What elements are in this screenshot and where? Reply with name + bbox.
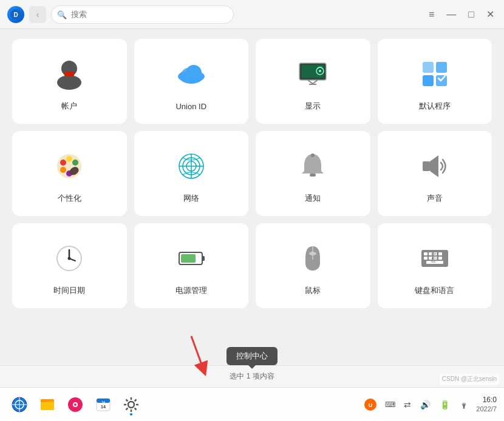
svg-rect-15: [436, 62, 447, 73]
taskbar-clock[interactable]: 16:0 2022/7: [476, 396, 497, 414]
svg-line-75: [126, 399, 128, 401]
svg-rect-44: [424, 252, 427, 255]
minimize-button[interactable]: —: [444, 8, 458, 21]
watermark: CSDN @正北sensin: [440, 374, 499, 385]
tray-union[interactable]: U: [362, 396, 379, 413]
svg-point-81: [463, 407, 465, 408]
union-id-icon: [172, 56, 211, 95]
tooltip-text: 控制中心: [236, 351, 268, 360]
taskbar-files[interactable]: [35, 392, 60, 417]
tray-volume[interactable]: 🔊: [417, 396, 434, 413]
keyboard-icon: Q W EA S DShift ←: [415, 239, 454, 278]
selected-count: 选中 1 项内容: [230, 371, 274, 382]
svg-point-19: [60, 160, 66, 166]
titlebar: D ‹ 🔍 ≡ — □ ✕: [0, 0, 504, 29]
back-icon: ‹: [36, 10, 39, 19]
account-label: 帐户: [61, 101, 77, 112]
tray-arrow[interactable]: ⇄: [401, 398, 414, 411]
taskbar-settings[interactable]: [119, 392, 143, 417]
svg-rect-33: [423, 161, 430, 171]
keyboard-label: 键盘和语言: [415, 285, 454, 296]
svg-text:14: 14: [101, 400, 105, 404]
search-input[interactable]: [51, 5, 234, 24]
sound-icon: [415, 147, 454, 186]
card-personalize[interactable]: 个性化: [12, 131, 127, 216]
settings-grid: 帐户Union ID显示默认程序个性化网络通知声音时间日期电源管理鼠标Q W E…: [12, 39, 492, 308]
app-logo: D: [7, 6, 24, 23]
card-account[interactable]: 帐户: [12, 39, 127, 124]
power-icon: [172, 239, 211, 278]
svg-line-76: [135, 408, 137, 409]
card-display[interactable]: 显示: [256, 39, 370, 124]
sound-label: 声音: [427, 193, 443, 204]
svg-point-21: [72, 160, 78, 166]
union-id-label: Union ID: [175, 102, 206, 111]
tray-keyboard[interactable]: ⌨: [381, 396, 398, 413]
notification-label: 通知: [305, 193, 321, 204]
tray-battery[interactable]: 🔋: [436, 396, 453, 413]
svg-point-65: [74, 403, 77, 406]
power-label: 电源管理: [175, 285, 207, 296]
card-union-id[interactable]: Union ID: [134, 39, 249, 124]
svg-rect-31: [310, 173, 316, 177]
svg-text:D: D: [13, 12, 18, 18]
svg-point-42: [309, 252, 316, 255]
taskbar-calendar[interactable]: 14 14: [91, 392, 115, 417]
default-app-icon: [415, 55, 454, 93]
status-bar: 选中 1 项内容 控制中心: [0, 365, 504, 387]
svg-rect-61: [41, 402, 54, 410]
datetime-label: 时间日期: [53, 285, 85, 296]
svg-text:Q W E: Q W E: [431, 252, 438, 255]
tray-network[interactable]: [455, 396, 472, 413]
card-sound[interactable]: 声音: [378, 131, 492, 216]
svg-text:A S D: A S D: [432, 257, 438, 260]
card-power[interactable]: 电源管理: [134, 223, 249, 308]
search-icon: 🔍: [57, 10, 67, 19]
taskbar: 14 14 U ⌨ ⇄: [0, 387, 504, 421]
notification-icon: [293, 147, 332, 186]
svg-point-13: [319, 70, 321, 72]
display-icon: [293, 55, 332, 93]
personalize-label: 个性化: [58, 193, 81, 204]
default-app-label: 默认程序: [419, 101, 451, 112]
card-notification[interactable]: 通知: [256, 131, 370, 216]
mouse-label: 鼠标: [305, 285, 321, 296]
menu-button[interactable]: ≡: [426, 8, 437, 21]
card-mouse[interactable]: 鼠标: [256, 223, 370, 308]
svg-rect-16: [423, 75, 434, 86]
svg-text:U: U: [369, 402, 373, 408]
taskbar-music[interactable]: [63, 392, 87, 417]
card-default-app[interactable]: 默认程序: [378, 39, 492, 124]
taskbar-date-display: 2022/7: [476, 405, 497, 413]
mouse-icon: [293, 239, 332, 278]
back-button[interactable]: ‹: [29, 6, 46, 23]
svg-rect-11: [309, 84, 316, 85]
maximize-button[interactable]: □: [466, 8, 477, 21]
datetime-icon: [50, 239, 89, 278]
svg-rect-40: [181, 254, 196, 263]
svg-text:Shift ←: Shift ←: [431, 261, 438, 263]
svg-rect-47: [438, 252, 442, 255]
card-network[interactable]: 网络: [134, 131, 249, 216]
svg-rect-39: [202, 256, 205, 261]
main-content: 帐户Union ID显示默认程序个性化网络通知声音时间日期电源管理鼠标Q W E…: [0, 29, 504, 365]
network-label: 网络: [183, 193, 199, 204]
svg-point-24: [60, 167, 66, 173]
search-bar[interactable]: 🔍: [51, 5, 234, 24]
network-icon: [172, 147, 211, 186]
tooltip-popup: 控制中心: [226, 347, 278, 365]
svg-point-3: [57, 75, 81, 90]
close-button[interactable]: ✕: [484, 7, 497, 21]
window-controls: ≡ — □ ✕: [426, 7, 497, 21]
taskbar-tray: U ⌨ ⇄ 🔊 🔋: [362, 396, 472, 413]
svg-text:14: 14: [101, 405, 106, 409]
taskbar-browser[interactable]: [7, 392, 32, 417]
svg-point-70: [128, 402, 134, 408]
tooltip-arrow: [248, 365, 256, 369]
svg-point-8: [178, 70, 205, 83]
card-keyboard[interactable]: Q W EA S DShift ←键盘和语言: [378, 223, 492, 308]
card-datetime[interactable]: 时间日期: [12, 223, 127, 308]
svg-line-77: [135, 399, 137, 401]
display-label: 显示: [305, 101, 321, 112]
svg-point-37: [68, 257, 71, 260]
